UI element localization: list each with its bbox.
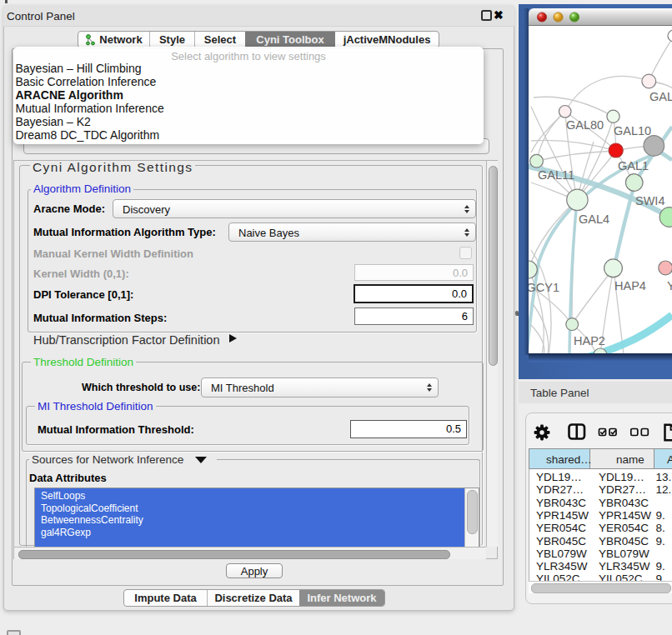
svg-text:HAP2: HAP2 (574, 334, 605, 348)
svg-text:GCY1: GCY1 (529, 281, 559, 294)
svg-text:GAL80: GAL80 (566, 118, 604, 132)
svg-text:GAL7: GAL7 (649, 90, 672, 103)
svg-text:GAL4: GAL4 (579, 212, 609, 226)
svg-text:SWI4: SWI4 (635, 194, 664, 208)
svg-text:HAP4: HAP4 (614, 279, 646, 292)
svg-text:Y: Y (667, 279, 672, 292)
svg-text:GAL1: GAL1 (618, 159, 649, 172)
svg-text:GAL10: GAL10 (614, 124, 651, 138)
svg-text:GAL11: GAL11 (538, 168, 574, 182)
